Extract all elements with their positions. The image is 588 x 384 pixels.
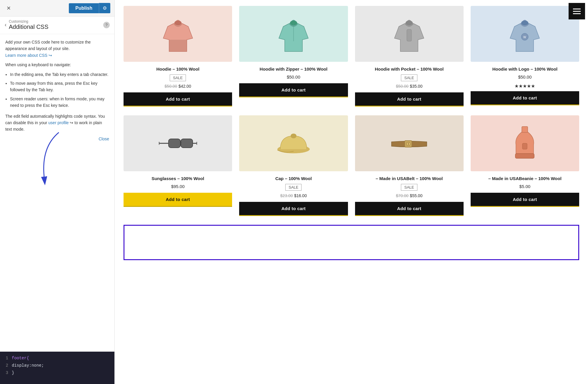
panel-content: Add your own CSS code here to customize …	[0, 34, 114, 352]
edit-field-note: The edit field automatically highlights …	[5, 113, 109, 133]
publish-group: Publish ⚙	[69, 3, 110, 13]
hoodie-gray-svg	[393, 15, 425, 53]
right-panel: Hoodie – 100% Wool SALE $50.00 $42.00 Ad…	[115, 0, 588, 384]
original-price-1: $50.00	[165, 84, 177, 89]
add-to-cart-button-5[interactable]: Add to cart	[124, 193, 232, 207]
svg-point-4	[521, 21, 528, 25]
hamburger-line-2	[573, 11, 581, 12]
back-button[interactable]: ‹	[5, 21, 9, 29]
close-link[interactable]: Close	[5, 136, 109, 142]
product-image-5	[124, 115, 232, 171]
code-line-1: 1 footer{	[4, 355, 110, 362]
footer-box	[124, 225, 579, 260]
price-area-6: SALE $23.00 $16.00	[280, 184, 307, 198]
hoodie-salmon-svg	[162, 15, 194, 53]
top-bar: ✕ Publish ⚙	[0, 0, 114, 16]
current-price-7: $55.00	[410, 193, 422, 198]
svg-rect-3	[407, 29, 412, 41]
svg-rect-9	[181, 139, 193, 148]
product-image-4: W	[471, 6, 579, 62]
product-card-1: Hoodie – 100% Wool SALE $50.00 $42.00 Ad…	[124, 6, 232, 107]
line-number-1: 1	[4, 355, 8, 362]
product-grid-row1: Hoodie – 100% Wool SALE $50.00 $42.00 Ad…	[124, 6, 579, 107]
product-name-6: Cap – 100% Wool	[275, 175, 312, 182]
regular-price-5: $95.00	[171, 184, 185, 189]
product-image-3	[355, 6, 464, 62]
breadcrumb-sub: Customizing	[9, 19, 103, 24]
original-price-7: $70.00	[396, 193, 409, 198]
svg-rect-16	[515, 154, 534, 158]
product-card-8: – Made in USABeanie – 100% Wool $5.00 Ad…	[471, 115, 579, 216]
code-line-3: 3 }	[4, 369, 110, 377]
svg-text:W: W	[523, 36, 526, 39]
hamburger-line-1	[573, 9, 581, 9]
bullet-item-1: In the editing area, the Tab key enters …	[10, 71, 109, 78]
add-to-cart-button-4[interactable]: Add to cart	[471, 91, 579, 105]
sale-badge-6: SALE	[285, 184, 302, 191]
publish-button[interactable]: Publish	[69, 3, 99, 13]
product-card-5: Sunglasses – 100% Wool $95.00 Add to car…	[124, 115, 232, 216]
price-area-5: $95.00	[171, 184, 185, 189]
product-card-2: Hoodie with Zipper – 100% Wool $50.00 Ad…	[239, 6, 348, 107]
stars-4: ★★★★★	[514, 83, 535, 89]
left-panel: ✕ Publish ⚙ ‹ Customizing Additional CSS…	[0, 0, 115, 384]
current-price-6: $16.00	[294, 193, 307, 198]
original-price-3: $50.00	[396, 84, 409, 89]
product-name-4: Hoodie with Logo – 100% Wool	[492, 66, 557, 72]
add-to-cart-button-8[interactable]: Add to cart	[471, 193, 579, 207]
regular-price-8: $5.00	[519, 184, 531, 189]
price-area-2: $50.00	[287, 74, 300, 80]
hoodie-blue-svg: W	[509, 15, 541, 53]
sale-badge-1: SALE	[170, 74, 186, 81]
product-image-6	[239, 115, 348, 171]
svg-rect-18	[522, 143, 527, 149]
bullet-list: In the editing area, the Tab key enters …	[10, 71, 109, 109]
svg-rect-8	[169, 139, 180, 148]
add-to-cart-button-1[interactable]: Add to cart	[124, 92, 232, 107]
product-grid-row2: Sunglasses – 100% Wool $95.00 Add to car…	[124, 115, 579, 216]
code-line-2: 2 display:none;	[4, 362, 110, 369]
price-area-8: $5.00	[519, 184, 531, 189]
learn-css-link[interactable]: Learn more about CSS ↪	[5, 53, 52, 58]
current-price-1: $42.00	[179, 84, 191, 89]
keyboard-heading: When using a keyboard to navigate:	[5, 61, 109, 68]
product-image-2	[239, 6, 348, 62]
user-profile-link[interactable]: user profile	[48, 120, 69, 125]
add-to-cart-button-2[interactable]: Add to cart	[239, 83, 348, 97]
price-area-3: SALE $50.00 $35.00	[396, 74, 422, 89]
breadcrumb: Customizing Additional CSS	[9, 19, 103, 30]
product-name-3: Hoodie with Pocket – 100% Wool	[375, 66, 444, 72]
code-editor[interactable]: 1 footer{ 2 display:none; 3 }	[0, 352, 114, 384]
svg-point-0	[174, 21, 181, 25]
svg-rect-7	[159, 142, 159, 145]
product-image-7	[355, 115, 464, 171]
product-name-7: – Made in USABelt – 100% Wool	[376, 175, 443, 182]
svg-rect-17	[522, 127, 528, 132]
price-area-4: $50.00	[518, 74, 532, 80]
breadcrumb-area: ‹ Customizing Additional CSS ?	[0, 16, 114, 34]
sale-badge-3: SALE	[401, 74, 417, 81]
code-content-2: display:none;	[12, 362, 44, 369]
add-to-cart-button-6[interactable]: Add to cart	[239, 202, 348, 216]
menu-icon-overlay[interactable]	[569, 3, 585, 19]
sale-badge-7: SALE	[401, 184, 417, 191]
svg-point-2	[406, 21, 413, 25]
gear-button[interactable]: ⚙	[99, 3, 110, 13]
product-name-5: Sunglasses – 100% Wool	[151, 175, 204, 182]
line-number-2: 2	[4, 362, 8, 369]
sunglasses-svg	[157, 132, 199, 155]
help-icon[interactable]: ?	[103, 22, 110, 28]
current-price-3: $35.00	[410, 84, 422, 89]
code-content-3: }	[12, 369, 14, 377]
hamburger-line-3	[573, 13, 581, 14]
add-to-cart-button-7[interactable]: Add to cart	[355, 202, 464, 216]
cap-svg	[274, 127, 313, 159]
product-name-1: Hoodie – 100% Wool	[156, 66, 199, 72]
product-card-7: – Made in USABelt – 100% Wool SALE $70.0…	[355, 115, 464, 216]
line-number-3: 3	[4, 369, 8, 377]
price-area-1: SALE $50.00 $42.00	[165, 74, 191, 89]
add-to-cart-button-3[interactable]: Add to cart	[355, 92, 464, 107]
svg-point-12	[291, 134, 297, 138]
product-image-8	[471, 115, 579, 171]
close-button[interactable]: ✕	[4, 4, 13, 13]
